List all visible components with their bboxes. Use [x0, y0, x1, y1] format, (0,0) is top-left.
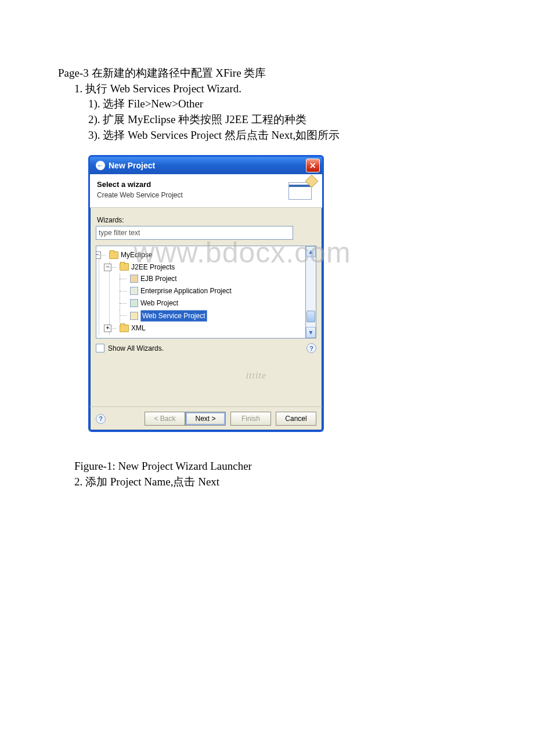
- page-heading: Page-3 在新建的构建路径中配置 XFire 类库: [58, 66, 476, 81]
- wizard-title: Select a wizard: [97, 180, 315, 189]
- dialog-button-bar: ? < Back Next > Finish Cancel: [90, 406, 322, 430]
- checkbox-icon: [96, 344, 104, 352]
- scroll-up-icon[interactable]: ▲: [306, 246, 316, 257]
- tree-node-myeclipse[interactable]: MyEclipse: [109, 250, 153, 260]
- next-button[interactable]: Next >: [185, 412, 226, 426]
- ear-project-icon: [130, 287, 138, 295]
- wizard-banner-icon: [284, 177, 316, 202]
- step-1-3: 3). 选择 Web Services Project 然后点击 Next,如图…: [58, 128, 476, 143]
- step-1-1: 1). 选择 File>New>Other: [58, 96, 476, 111]
- expander-icon[interactable]: −: [96, 251, 101, 259]
- tree-leaf-ejb[interactable]: EJB Project: [130, 273, 177, 284]
- tree-label-selected: Web Service Project: [140, 310, 207, 322]
- back-button[interactable]: < Back: [145, 412, 185, 426]
- scroll-down-icon[interactable]: ▼: [306, 327, 316, 338]
- expander-icon[interactable]: −: [104, 264, 111, 271]
- tree-leaf-ear[interactable]: Enterprise Application Project: [130, 286, 232, 296]
- close-icon: ✕: [309, 161, 316, 170]
- show-all-wizards-checkbox[interactable]: Show All Wizards.: [96, 344, 164, 352]
- wizards-label: Wizards:: [97, 216, 316, 224]
- tree-node-xml[interactable]: XML: [120, 323, 146, 333]
- dialog-titlebar[interactable]: ← New Project ✕: [90, 157, 322, 174]
- dialog-header: Select a wizard Create Web Service Proje…: [90, 174, 322, 208]
- ejb-project-icon: [130, 275, 138, 283]
- step-2: 2. 添加 Project Name,点击 Next: [74, 474, 476, 489]
- wizard-tree[interactable]: − MyEclipse − J2EE Projects: [96, 246, 306, 339]
- tree-node-j2ee[interactable]: J2EE Projects: [120, 262, 175, 272]
- dialog-title: New Project: [109, 161, 155, 170]
- new-project-dialog: ← New Project ✕ Select a wizard Create W…: [88, 155, 324, 432]
- folder-closed-icon: [120, 325, 129, 332]
- close-button[interactable]: ✕: [306, 159, 320, 172]
- watermark-sub: ittite: [246, 370, 266, 381]
- scroll-thumb[interactable]: [306, 311, 315, 322]
- web-service-project-icon: [130, 312, 138, 320]
- tree-leaf-web[interactable]: Web Project: [130, 298, 178, 308]
- tree-scrollbar[interactable]: ▲ ▼: [306, 246, 316, 339]
- tree-label: Web Project: [140, 298, 178, 308]
- tree-label: J2EE Projects: [131, 262, 175, 272]
- folder-open-icon: [109, 251, 118, 259]
- step-1-2: 2). 扩展 MyEclipse 种类按照 J2EE 工程的种类: [58, 112, 476, 127]
- wizard-filter-input[interactable]: [96, 226, 293, 240]
- finish-button[interactable]: Finish: [230, 412, 271, 426]
- tree-leaf-ws[interactable]: Web Service Project: [130, 310, 207, 322]
- folder-open-icon: [120, 263, 129, 271]
- step-1: 1. 执行 Web Services Project Wizard.: [58, 81, 476, 96]
- web-project-icon: [130, 299, 138, 307]
- help-icon[interactable]: ?: [96, 414, 106, 424]
- back-arrow-icon: ←: [96, 161, 105, 170]
- wizard-subtitle: Create Web Service Project: [97, 191, 315, 199]
- figure-caption: Figure-1: New Project Wizard Launcher: [74, 459, 476, 474]
- tree-label: EJB Project: [140, 273, 177, 284]
- expander-icon[interactable]: +: [104, 325, 111, 332]
- tree-label: XML: [131, 323, 146, 333]
- cancel-button[interactable]: Cancel: [276, 412, 316, 426]
- tree-label: MyEclipse: [121, 250, 153, 260]
- checkbox-label: Show All Wizards.: [108, 344, 164, 352]
- tree-label: Enterprise Application Project: [140, 286, 232, 296]
- help-icon[interactable]: ?: [306, 343, 316, 353]
